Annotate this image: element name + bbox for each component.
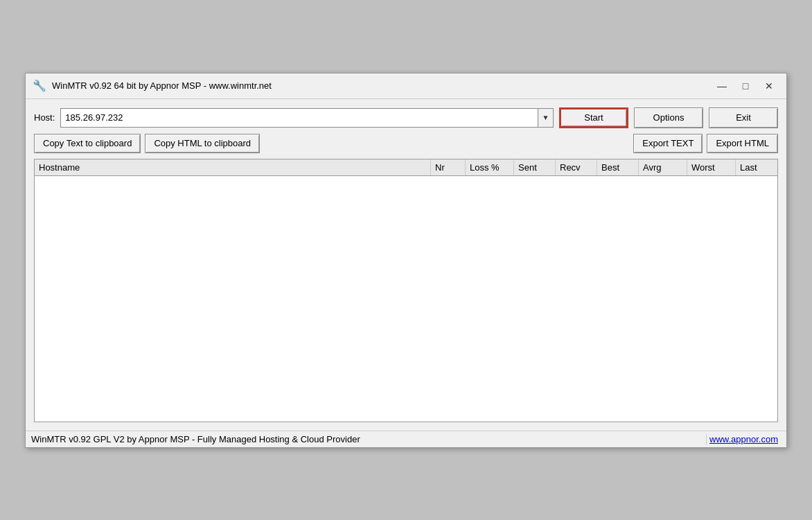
col-last: Last xyxy=(736,159,777,175)
col-worst: Worst xyxy=(687,159,736,175)
main-content: Host: ▼ Start Options Exit Copy Text to … xyxy=(26,99,786,431)
toolbar-row: Copy Text to clipboard Copy HTML to clip… xyxy=(34,134,778,153)
statusbar-link[interactable]: www.appnor.com xyxy=(706,434,781,444)
statusbar-text: WinMTR v0.92 GPL V2 by Appnor MSP - Full… xyxy=(31,434,706,444)
window-controls: — □ ✕ xyxy=(712,78,779,94)
host-row: Host: ▼ Start Options Exit xyxy=(34,107,778,128)
titlebar: 🔧 WinMTR v0.92 64 bit by Appnor MSP - ww… xyxy=(26,73,786,99)
col-hostname: Hostname xyxy=(35,159,431,175)
table-body xyxy=(35,176,777,419)
copy-text-button[interactable]: Copy Text to clipboard xyxy=(34,134,141,153)
host-input[interactable] xyxy=(61,109,538,127)
col-best: Best xyxy=(597,159,639,175)
window-title: WinMTR v0.92 64 bit by Appnor MSP - www.… xyxy=(52,80,706,91)
host-label: Host: xyxy=(34,112,55,123)
statusbar: WinMTR v0.92 GPL V2 by Appnor MSP - Full… xyxy=(26,431,786,447)
exit-button[interactable]: Exit xyxy=(709,107,778,128)
col-sent: Sent xyxy=(514,159,556,175)
col-loss: Loss % xyxy=(466,159,514,175)
table-header: Hostname Nr Loss % Sent Recv Best Avrg W… xyxy=(35,159,777,176)
col-nr: Nr xyxy=(431,159,466,175)
copy-html-button[interactable]: Copy HTML to clipboard xyxy=(145,134,260,153)
host-input-wrapper: ▼ xyxy=(60,108,554,128)
col-recv: Recv xyxy=(556,159,597,175)
results-table: Hostname Nr Loss % Sent Recv Best Avrg W… xyxy=(34,159,778,422)
options-button[interactable]: Options xyxy=(634,107,703,128)
host-dropdown-button[interactable]: ▼ xyxy=(538,109,553,127)
minimize-button[interactable]: — xyxy=(712,78,732,94)
close-button[interactable]: ✕ xyxy=(759,78,779,94)
app-icon: 🔧 xyxy=(33,79,46,92)
export-html-button[interactable]: Export HTML xyxy=(707,134,778,153)
main-window: 🔧 WinMTR v0.92 64 bit by Appnor MSP - ww… xyxy=(25,73,787,448)
export-text-button[interactable]: Export TEXT xyxy=(633,134,703,153)
start-button[interactable]: Start xyxy=(559,107,628,128)
maximize-button[interactable]: □ xyxy=(735,78,756,94)
col-avrg: Avrg xyxy=(639,159,687,175)
